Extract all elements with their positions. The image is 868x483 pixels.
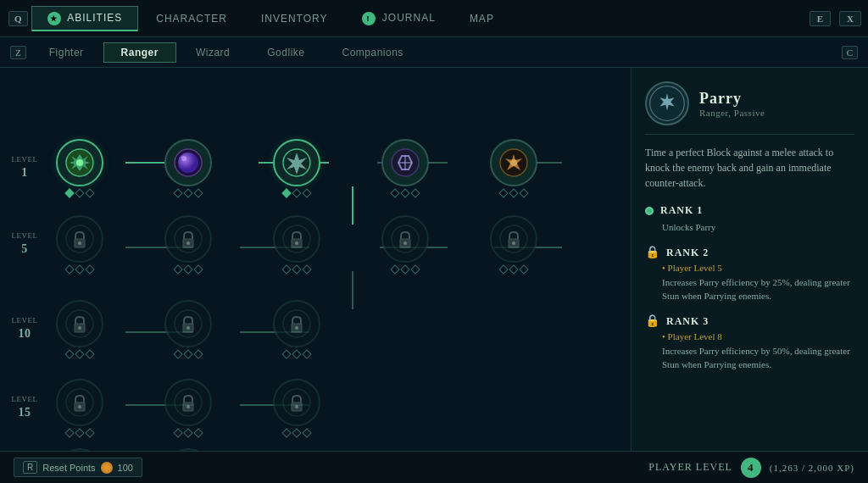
sub-navigation: Z Fighter Ranger Wizard Godlike Companio…	[0, 37, 868, 68]
reset-points-button[interactable]: R Reset Points 100	[14, 458, 142, 477]
dot	[85, 349, 94, 358]
subtab-companions[interactable]: Companions	[324, 42, 420, 63]
svg-point-31	[186, 242, 190, 245]
tab-inventory[interactable]: INVENTORY	[245, 7, 344, 31]
tab-map[interactable]: MAP	[453, 7, 510, 31]
dot	[183, 264, 192, 274]
skill-node-1-5[interactable]	[490, 139, 537, 197]
svg-point-55	[186, 405, 190, 408]
ability-svg-5	[498, 147, 529, 178]
skill-icon-locked	[56, 379, 103, 426]
skill-node-2-2[interactable]	[164, 215, 212, 273]
tab-character[interactable]: CHARACTER	[140, 7, 243, 31]
player-level-display: PLAYER LEVEL 4 (1,263 / 2,000 XP)	[648, 458, 854, 478]
skill-node-5-1[interactable]	[56, 448, 103, 451]
subtab-wizard[interactable]: Wizard	[178, 42, 248, 63]
dot	[193, 428, 203, 437]
tab-abilities[interactable]: ★ ABILITIES	[31, 6, 139, 31]
skill-icon-locked	[164, 448, 212, 451]
abilities-icon: ★	[47, 12, 61, 25]
svg-point-16	[76, 159, 83, 166]
dot	[509, 188, 518, 197]
dot	[292, 349, 301, 358]
dot	[498, 264, 508, 274]
skills-area: LEVEL 1	[0, 68, 631, 451]
skill-node-3-2[interactable]	[164, 300, 212, 358]
svg-point-28	[78, 242, 81, 245]
rank-2-label: RANK 2	[666, 247, 709, 259]
key-e: E	[810, 11, 831, 26]
skill-dots-3-3	[283, 351, 310, 358]
skill-icon-locked	[490, 215, 537, 263]
player-level-label: PLAYER LEVEL	[648, 461, 732, 474]
subtab-godlike[interactable]: Godlike	[249, 42, 322, 63]
skill-dots-1-4	[392, 190, 419, 197]
skill-dots-2-5	[500, 266, 527, 273]
skill-node-4-1[interactable]	[56, 379, 103, 436]
level-label-15: LEVEL 15	[7, 395, 42, 420]
skill-node-1-4[interactable]	[381, 139, 429, 197]
skill-dots-1-3	[283, 190, 310, 197]
key-c: C	[842, 46, 858, 59]
dot	[281, 264, 291, 274]
dot	[281, 188, 291, 197]
skill-dots-2-2	[175, 266, 202, 273]
skill-node-2-4[interactable]	[381, 215, 429, 273]
svg-point-52	[78, 405, 81, 408]
reset-label: Reset Points	[42, 463, 95, 473]
dot	[292, 188, 301, 197]
dot	[64, 428, 74, 437]
skill-icon-locked	[164, 379, 212, 426]
dot	[509, 264, 518, 274]
reset-key: R	[23, 461, 37, 474]
skill-icon-locked	[273, 300, 320, 347]
subtab-ranger[interactable]: Ranger	[103, 42, 176, 63]
dot	[410, 264, 420, 274]
skill-node-1-1[interactable]	[56, 139, 103, 197]
skill-node-1-3[interactable]	[273, 139, 320, 197]
ability-svg-1	[64, 147, 95, 178]
skill-dots-2-4	[392, 266, 419, 273]
tab-journal[interactable]: ! JOURNAL	[346, 6, 452, 31]
svg-point-19	[181, 156, 186, 161]
svg-point-25	[510, 159, 517, 166]
dot	[400, 188, 409, 197]
skill-node-4-2[interactable]	[164, 379, 212, 436]
bottom-section: R Reset Points 100 PLAYER LEVEL 4 (1,263…	[0, 451, 868, 483]
skill-node-4-3[interactable]	[273, 379, 320, 436]
dot	[64, 349, 74, 358]
key-x[interactable]: X	[839, 11, 861, 26]
rank-1-desc: Unlocks Parry	[645, 220, 854, 235]
dot	[183, 428, 192, 437]
skill-node-5-2[interactable]	[164, 448, 212, 451]
rank-3-req: • Player Level 8	[645, 331, 854, 341]
skill-row-level15: LEVEL 15	[0, 369, 631, 446]
dot	[85, 188, 94, 197]
skill-icon-1-5	[490, 139, 537, 186]
gold-icon	[101, 462, 113, 474]
subtab-fighter[interactable]: Fighter	[31, 42, 102, 63]
skill-icon-locked	[381, 215, 429, 263]
skill-icon-1-4	[381, 139, 429, 186]
skill-node-2-5[interactable]	[490, 215, 537, 273]
skill-node-2-1[interactable]	[56, 215, 103, 273]
rank-3-label: RANK 3	[666, 315, 709, 328]
skill-node-3-1[interactable]	[56, 300, 103, 358]
dot	[292, 428, 301, 437]
svg-point-58	[295, 405, 298, 408]
skill-icon-1-2	[164, 139, 212, 186]
dot	[193, 188, 203, 197]
rank-1-header: RANK 1	[645, 204, 854, 217]
rank-3-section: 🔒 RANK 3 • Player Level 8 Increases Parr…	[645, 315, 854, 372]
dot	[281, 349, 291, 358]
skill-icon-locked	[164, 300, 212, 347]
skill-node-1-2[interactable]	[164, 139, 212, 197]
dot	[75, 428, 84, 437]
detail-panel: Parry Ranger, Passive Time a perfect Blo…	[631, 68, 868, 451]
skill-node-3-3[interactable]	[273, 300, 320, 358]
dot	[183, 188, 192, 197]
svg-point-34	[295, 242, 298, 245]
skill-node-2-3[interactable]	[273, 215, 320, 273]
dot	[498, 188, 508, 197]
skill-dots-1-5	[500, 190, 527, 197]
